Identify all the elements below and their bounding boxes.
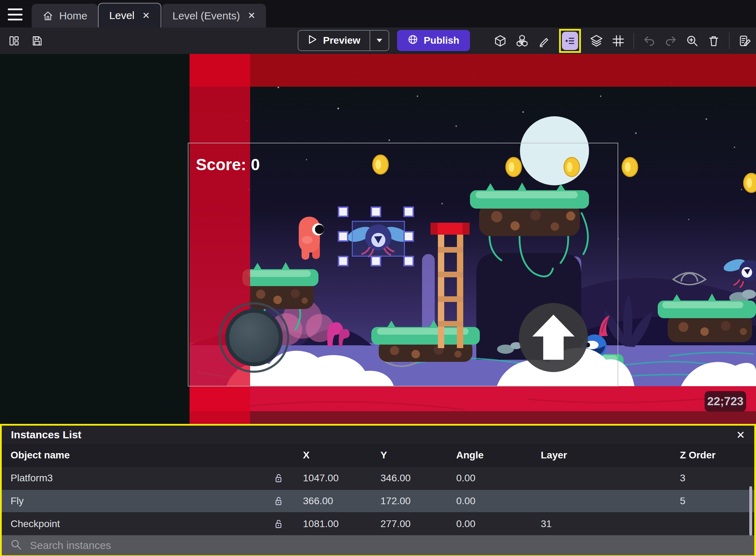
app-window: Home Level ✕ Level (Events) ✕ xyxy=(0,0,756,556)
table-row-platform3[interactable]: Platform3 1047.00 346.00 0.00 3 xyxy=(2,467,754,489)
gray-stone xyxy=(742,290,756,299)
editor-out-of-bounds xyxy=(0,54,190,424)
red-bottom-band xyxy=(190,386,756,424)
instance-x: 366.00 xyxy=(294,495,372,507)
layers-icon[interactable] xyxy=(590,34,603,48)
coin xyxy=(622,157,638,177)
instances-list-icon xyxy=(562,32,578,50)
instance-y: 172.00 xyxy=(372,495,447,507)
tab-label: Home xyxy=(59,10,87,22)
hud-jump-button[interactable] xyxy=(519,303,588,372)
lock-open-icon[interactable] xyxy=(262,496,294,506)
search-input[interactable] xyxy=(29,539,746,552)
instance-angle: 0.00 xyxy=(447,518,532,530)
tab-label: Level xyxy=(109,10,135,21)
close-icon[interactable]: ✕ xyxy=(248,10,255,21)
cursor-coordinates-badge: 22;723 xyxy=(705,391,746,412)
lock-open-icon[interactable] xyxy=(262,519,294,529)
instance-z-order: 5 xyxy=(671,495,754,507)
pen-icon[interactable] xyxy=(538,35,550,47)
zoom-in-icon[interactable] xyxy=(686,35,699,47)
home-icon xyxy=(42,10,54,21)
instance-x: 1047.00 xyxy=(294,472,372,484)
instance-y: 277.00 xyxy=(372,518,447,530)
close-icon[interactable]: ✕ xyxy=(142,10,150,21)
table-row-fly-selected[interactable]: Fly 366.00 172.00 0.00 5 xyxy=(2,489,754,512)
instance-name: Fly xyxy=(2,495,262,507)
save-icon[interactable] xyxy=(31,35,43,47)
red-top-band xyxy=(190,54,756,87)
hud-joystick[interactable] xyxy=(220,303,288,372)
column-angle[interactable]: Angle xyxy=(447,450,532,461)
moon[interactable] xyxy=(520,116,589,185)
coin xyxy=(564,157,580,177)
instances-list-panel: Instances List ✕ Object name X Y Angle L… xyxy=(0,424,756,556)
edit-properties-icon[interactable] xyxy=(738,35,751,47)
tab-level[interactable]: Level ✕ xyxy=(98,3,161,27)
tab-level-events[interactable]: Level (Events) ✕ xyxy=(162,4,266,27)
column-object-name[interactable]: Object name xyxy=(2,450,262,461)
instances-list-toggle-highlight[interactable] xyxy=(559,29,581,53)
panel-layout-icon[interactable] xyxy=(8,35,20,47)
tab-home[interactable]: Home xyxy=(32,4,98,27)
search-row xyxy=(2,535,754,555)
toolbar-divider xyxy=(633,33,634,49)
main-menu-icon[interactable] xyxy=(8,8,23,20)
instances-table-header: Object name X Y Angle Layer Z Order xyxy=(2,444,754,467)
preview-dropdown-button[interactable] xyxy=(370,31,389,50)
column-layer[interactable]: Layer xyxy=(532,450,671,461)
column-z-order[interactable]: Z Order xyxy=(671,450,754,461)
selection-box[interactable] xyxy=(352,221,404,256)
tab-label: Level (Events) xyxy=(173,10,240,22)
editor-toolbar: Preview Publish xyxy=(0,27,756,54)
redo-icon[interactable] xyxy=(664,35,677,47)
coin xyxy=(506,157,521,177)
column-y[interactable]: Y xyxy=(372,450,447,461)
instance-z-order: 31 xyxy=(532,518,671,530)
object-cube-icon[interactable] xyxy=(494,35,507,47)
preview-button[interactable]: Preview xyxy=(298,30,389,51)
instance-name: Checkpoint xyxy=(2,518,262,530)
close-icon[interactable]: ✕ xyxy=(736,429,745,441)
svg-text:22;723: 22;723 xyxy=(707,395,744,408)
instance-name: Platform3 xyxy=(2,472,262,484)
preview-label: Preview xyxy=(323,35,360,46)
publish-label: Publish xyxy=(424,35,459,46)
table-row-checkpoint[interactable]: Checkpoint 1081.00 277.00 0.00 31 xyxy=(2,512,754,535)
toolbar-divider xyxy=(729,33,730,49)
panel-scrollbar[interactable] xyxy=(749,486,752,536)
chevron-down-icon xyxy=(377,39,382,42)
coin xyxy=(373,155,388,174)
panel-title: Instances List xyxy=(11,429,81,441)
trash-icon[interactable] xyxy=(707,35,720,47)
objects-group-icon[interactable] xyxy=(515,34,529,48)
instance-angle: 0.00 xyxy=(447,472,532,484)
lock-open-icon[interactable] xyxy=(262,473,294,483)
instance-z-order: 3 xyxy=(671,472,754,484)
tab-bar: Home Level ✕ Level (Events) ✕ xyxy=(0,0,756,27)
instance-angle: 0.00 xyxy=(447,495,532,507)
column-x[interactable]: X xyxy=(294,450,372,461)
undo-icon[interactable] xyxy=(643,35,656,47)
instance-x: 1081.00 xyxy=(294,518,372,530)
search-icon xyxy=(10,539,22,552)
score-text-object[interactable]: Score: 0 xyxy=(196,155,260,174)
globe-icon xyxy=(408,34,418,47)
scene-canvas[interactable]: Score: 0 22;723 xyxy=(0,54,756,424)
instance-y: 346.00 xyxy=(372,472,447,484)
grid-icon[interactable] xyxy=(612,35,625,47)
publish-button[interactable]: Publish xyxy=(397,30,470,51)
coin xyxy=(744,173,756,192)
play-icon xyxy=(308,35,317,47)
